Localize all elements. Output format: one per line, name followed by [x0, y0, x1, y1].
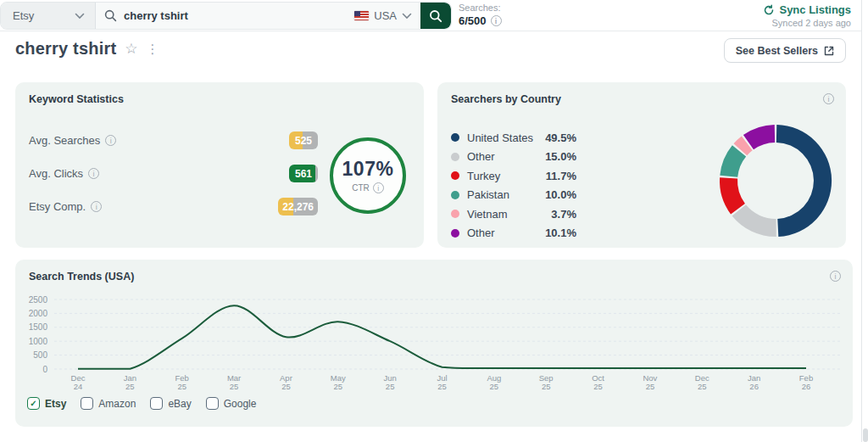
searches-value: 6/500 — [459, 14, 487, 27]
kebab-menu-icon[interactable]: ⋮ — [147, 42, 159, 55]
checkbox-unchecked-icon[interactable] — [206, 397, 219, 410]
legend-percent: 10.1% — [545, 227, 576, 239]
legend-label: United States — [467, 131, 533, 144]
country-select[interactable]: USA — [346, 3, 420, 29]
y-axis-tick: 0 — [42, 365, 47, 374]
search-input[interactable] — [124, 9, 319, 22]
filter-label: eBay — [168, 398, 191, 410]
filter-label: Amazon — [98, 398, 136, 410]
app-window: Etsy USA Searches: 6/500 — [0, 0, 868, 442]
info-icon[interactable] — [491, 15, 502, 26]
legend-dot — [451, 153, 459, 161]
sync-status: Synced 2 days ago — [763, 18, 851, 28]
search-icon — [104, 9, 117, 22]
info-icon[interactable] — [105, 135, 116, 146]
sync-icon — [763, 4, 775, 16]
x-axis-tick: Jul25 — [437, 373, 447, 391]
x-axis-tick: Aug25 — [487, 373, 501, 391]
legend-item: United States49.5% — [451, 128, 576, 148]
searchers-by-country-title: Searchers by Country — [451, 93, 561, 105]
stat-badge-avg-searches: 525 — [289, 131, 318, 149]
ctr-gauge: 107% CTR — [330, 137, 406, 214]
page-title: cherry tshirt — [15, 39, 116, 59]
legend-item: Other10.1% — [451, 224, 576, 243]
y-axis-tick: 1000 — [29, 337, 48, 346]
legend-item: Vietnam3.7% — [451, 204, 576, 224]
filter-label: Etsy — [45, 398, 66, 410]
marketplace-select[interactable]: Etsy — [1, 3, 96, 29]
legend-dot — [451, 191, 459, 199]
x-axis-tick: Dec24 — [71, 373, 86, 391]
x-axis-tick: Oct25 — [592, 373, 604, 391]
x-axis-tick: Jan26 — [748, 373, 760, 391]
info-icon[interactable] — [830, 271, 841, 282]
searchers-by-country-card: Searchers by Country United States49.5%O… — [437, 82, 846, 248]
searches-label: Searches: — [459, 3, 502, 13]
x-axis-tick: Feb26 — [799, 373, 813, 391]
checkbox-unchecked-icon[interactable] — [81, 397, 93, 410]
x-axis-tick: Jan25 — [124, 373, 136, 391]
y-axis-tick: 500 — [33, 350, 47, 360]
ctr-label: CTR — [352, 183, 370, 193]
stat-row-etsy-comp: Etsy Comp. 22,276 — [29, 198, 318, 215]
searches-quota: Searches: 6/500 — [459, 3, 502, 27]
stat-label: Avg. Clicks — [29, 167, 83, 180]
x-axis-tick: May25 — [331, 373, 346, 391]
legend-dot — [451, 133, 459, 142]
sync-listings-label: Sync Listings — [779, 3, 851, 16]
legend-dot — [451, 210, 459, 218]
top-bar: Etsy USA Searches: 6/500 — [0, 0, 861, 31]
search-trends-line-chart: 05001000150020002500Dec24Jan25Feb25Mar25… — [15, 283, 853, 394]
stat-row-avg-clicks: Avg. Clicks 561 — [29, 165, 318, 182]
checkbox-checked-icon[interactable] — [27, 397, 40, 410]
checkbox-unchecked-icon[interactable] — [150, 397, 163, 410]
legend-percent: 11.7% — [546, 170, 576, 182]
scrollbar-thumb[interactable] — [863, 428, 868, 442]
ctr-value: 107% — [342, 158, 394, 181]
filter-checkbox-ebay[interactable]: eBay — [150, 397, 191, 410]
info-icon[interactable] — [823, 93, 834, 104]
info-icon[interactable] — [373, 182, 384, 193]
x-axis-tick: Jun25 — [383, 373, 396, 391]
favorite-star-icon[interactable]: ☆ — [125, 42, 137, 56]
legend-label: Pakistan — [467, 188, 509, 201]
sync-listings-button[interactable]: Sync Listings — [763, 3, 851, 16]
donut-segment-united-states — [776, 125, 832, 237]
filter-label: Google — [224, 398, 257, 410]
filter-checkbox-etsy[interactable]: Etsy — [27, 397, 66, 410]
x-axis-tick: Nov25 — [643, 373, 657, 391]
search-trends-title: Search Trends (USA) — [29, 271, 134, 283]
filter-checkbox-google[interactable]: Google — [206, 397, 257, 410]
stat-row-avg-searches: Avg. Searches 525 — [29, 131, 318, 149]
x-axis-tick: Mar25 — [227, 373, 241, 391]
legend-label: Vietnam — [467, 208, 507, 221]
sync-listings: Sync Listings Synced 2 days ago — [763, 3, 851, 28]
search-field — [96, 3, 346, 29]
stat-badge-avg-clicks: 561 — [289, 165, 318, 182]
legend-item: Pakistan10.0% — [451, 186, 576, 205]
y-axis-tick: 1500 — [29, 322, 48, 332]
trend-line-etsy — [78, 305, 806, 369]
country-value: USA — [374, 9, 397, 22]
info-icon[interactable] — [91, 201, 102, 212]
filter-checkbox-amazon[interactable]: Amazon — [81, 397, 136, 410]
see-best-sellers-label: See Best Sellers — [736, 45, 818, 57]
see-best-sellers-button[interactable]: See Best Sellers — [724, 38, 846, 63]
search-submit-button[interactable] — [420, 3, 451, 29]
stat-badge-etsy-comp: 22,276 — [278, 198, 318, 215]
page-header: cherry tshirt ☆ ⋮ — [15, 39, 159, 59]
chevron-down-icon — [402, 13, 412, 20]
legend-label: Other — [467, 227, 495, 239]
external-link-icon — [824, 46, 834, 56]
legend-dot — [451, 171, 459, 180]
scrollbar-gutter[interactable] — [861, 0, 868, 442]
legend-item: Other15.0% — [451, 148, 576, 167]
info-icon[interactable] — [88, 168, 99, 179]
platform-filters: EtsyAmazoneBayGoogle — [27, 397, 256, 410]
legend-percent: 15.0% — [545, 150, 576, 163]
x-axis-tick: Feb25 — [175, 373, 189, 391]
legend-label: Other — [467, 150, 495, 163]
legend-dot — [451, 229, 459, 238]
x-axis-tick: Dec25 — [695, 373, 709, 391]
y-axis-tick: 2000 — [29, 309, 48, 318]
